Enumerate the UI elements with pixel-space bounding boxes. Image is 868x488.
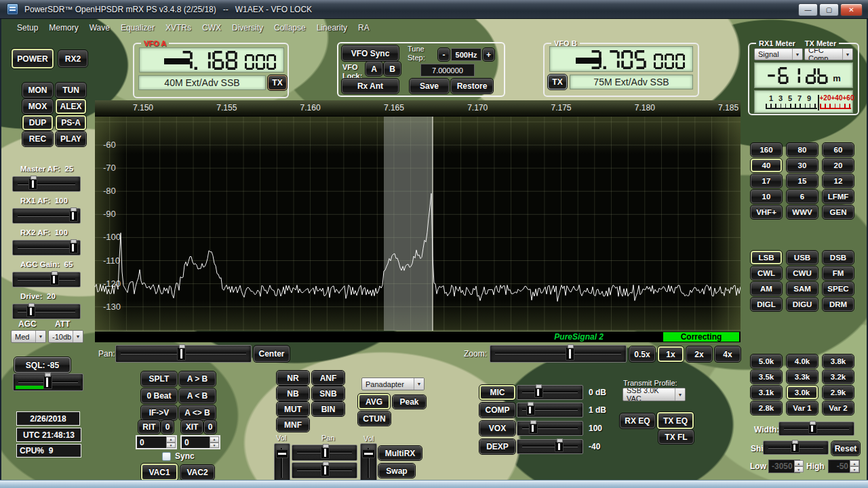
sync-checkbox[interactable]	[162, 452, 171, 461]
mode-digl[interactable]: DIGL	[751, 298, 782, 311]
toggle-dup[interactable]: DUP	[22, 115, 53, 130]
rx-ant-button[interactable]: Rx Ant	[342, 79, 399, 94]
filter-3.1k[interactable]: 3.1k	[751, 386, 782, 399]
pan-slider-thumb[interactable]	[177, 347, 186, 361]
comp-slider[interactable]	[517, 403, 583, 418]
spin-up-icon[interactable]: ▲	[794, 460, 804, 466]
toggle-ps-a[interactable]: PS-A	[56, 115, 86, 130]
dsp-nb[interactable]: NB	[277, 386, 309, 401]
restore-button[interactable]: Restore	[451, 79, 493, 94]
tx-eq-button[interactable]: TX EQ	[657, 412, 694, 429]
pan-slider[interactable]	[115, 345, 252, 363]
ops-a-b[interactable]: A <> B	[179, 405, 216, 420]
xit-button[interactable]: XIT	[181, 420, 203, 434]
vac1-button[interactable]: VAC1	[141, 464, 178, 481]
toggle-mon[interactable]: MON	[22, 83, 53, 98]
att-select[interactable]: -10db▼	[48, 330, 83, 343]
panadapter-display[interactable]: -60-70-80-90-100-110-120-130	[95, 117, 741, 331]
dsp-anf[interactable]: ANF	[312, 371, 344, 385]
filter-width-slider[interactable]	[778, 422, 854, 436]
vac2-button[interactable]: VAC2	[180, 465, 214, 480]
slider-drive[interactable]	[12, 304, 81, 319]
xit-spinner[interactable]: 0 ▲▼	[180, 435, 220, 449]
spin-up-icon[interactable]: ▲	[210, 436, 219, 443]
vox-slider[interactable]	[517, 421, 583, 436]
rx2-pan-slider[interactable]	[292, 462, 357, 479]
menu-setup[interactable]: Setup	[17, 23, 38, 33]
shift-reset-button[interactable]: Reset	[831, 441, 860, 455]
rx1-pan-slider-thumb[interactable]	[321, 447, 330, 459]
band-gen[interactable]: GEN	[823, 205, 854, 219]
rx-eq-button[interactable]: RX EQ	[620, 413, 655, 428]
slider-thumb[interactable]	[555, 441, 564, 452]
ctun-button[interactable]: CTUN	[358, 411, 391, 426]
band-vhf+[interactable]: VHF+	[751, 205, 782, 219]
squelch-slider[interactable]	[13, 373, 83, 391]
spin-down-icon[interactable]: ▼	[210, 443, 219, 449]
vfo-a-frequency-display[interactable]	[139, 47, 284, 73]
zoom-slider-thumb[interactable]	[566, 347, 574, 361]
filter-high-spinner[interactable]: -50 ▲▼	[828, 460, 860, 473]
menu-collapse[interactable]: Collapse	[274, 23, 306, 33]
filter-low-spinner[interactable]: -3050 ▲▼	[768, 460, 800, 473]
vfo-sync-button[interactable]: VFO Sync	[342, 45, 399, 61]
slider-thumb[interactable]	[69, 210, 78, 222]
power-button[interactable]: POWER	[12, 49, 54, 68]
mic-button[interactable]: MIC	[479, 385, 515, 400]
mode-drm[interactable]: DRM	[823, 298, 854, 311]
toggle-play[interactable]: PLAY	[56, 131, 86, 146]
band-12[interactable]: 12	[823, 174, 854, 188]
ops-a-b[interactable]: A > B	[179, 371, 216, 386]
tx-fl-button[interactable]: TX FL	[658, 430, 694, 444]
band-wwv[interactable]: WWV	[787, 205, 818, 219]
mode-am[interactable]: AM	[751, 282, 782, 296]
minimize-button[interactable]: —	[798, 3, 818, 16]
tune-step-down-button[interactable]: -	[438, 48, 450, 61]
band-6[interactable]: 6	[787, 190, 818, 203]
slider-thumb[interactable]	[28, 178, 37, 190]
spin-up-icon[interactable]: ▲	[166, 436, 176, 443]
maximize-button[interactable]: ▢	[819, 3, 839, 16]
mode-cwu[interactable]: CWU	[787, 266, 818, 280]
spin-down-icon[interactable]: ▼	[166, 443, 176, 449]
slider-thumb[interactable]	[69, 242, 78, 253]
filter-3.3k[interactable]: 3.3k	[787, 370, 818, 384]
slider-thumb[interactable]	[50, 274, 59, 285]
swap-button[interactable]: Swap	[378, 464, 415, 478]
rx1-meter-select[interactable]: Signal▼	[754, 48, 803, 60]
vfo-b-tx-button[interactable]: TX	[548, 75, 567, 89]
vox-button[interactable]: VOX	[479, 421, 515, 436]
band-10[interactable]: 10	[751, 190, 782, 203]
vfo-a-tx-button[interactable]: TX	[268, 75, 287, 90]
mode-usb[interactable]: USB	[787, 251, 818, 264]
vfo-b-frequency-display[interactable]	[549, 46, 693, 72]
rx2-vol-slider-thumb[interactable]	[362, 449, 375, 458]
toggle-tun[interactable]: TUN	[56, 83, 86, 98]
zoom-preset-0.5x[interactable]: 0.5x	[629, 346, 655, 362]
ops-splt[interactable]: SPLT	[141, 371, 177, 386]
avg-button[interactable]: AVG	[358, 394, 390, 409]
rit-spinner[interactable]: 0 ▲▼	[136, 435, 177, 449]
vfo-lock-b-button[interactable]: B	[384, 62, 401, 76]
rx2-vol-slider[interactable]	[360, 443, 377, 483]
zoom-preset-2x[interactable]: 2x	[686, 346, 712, 362]
xit-value-button[interactable]: 0	[204, 420, 216, 434]
filter-var-2[interactable]: Var 2	[823, 401, 854, 415]
band-60[interactable]: 60	[823, 143, 854, 157]
zoom-preset-4x[interactable]: 4x	[715, 346, 741, 362]
menu-cwx[interactable]: CWX	[202, 23, 221, 33]
dsp-snb[interactable]: SNB	[312, 386, 344, 401]
menu-ra[interactable]: RA	[358, 23, 370, 33]
zoom-preset-1x[interactable]: 1x	[658, 346, 684, 362]
band-40[interactable]: 40	[751, 159, 782, 172]
slider-thumb[interactable]	[26, 306, 35, 317]
rx1-vol-slider-thumb[interactable]	[276, 449, 288, 458]
dexp-slider[interactable]	[517, 439, 583, 454]
ops-0-beat[interactable]: 0 Beat	[141, 388, 177, 403]
spin-up-icon[interactable]: ▲	[850, 460, 859, 466]
tune-step-up-button[interactable]: +	[483, 48, 494, 61]
filter-2.9k[interactable]: 2.9k	[823, 386, 854, 399]
filter-5.0k[interactable]: 5.0k	[751, 354, 782, 368]
rx1-pan-slider[interactable]	[292, 445, 357, 461]
menu-equalizer[interactable]: Equalizer	[121, 23, 155, 33]
